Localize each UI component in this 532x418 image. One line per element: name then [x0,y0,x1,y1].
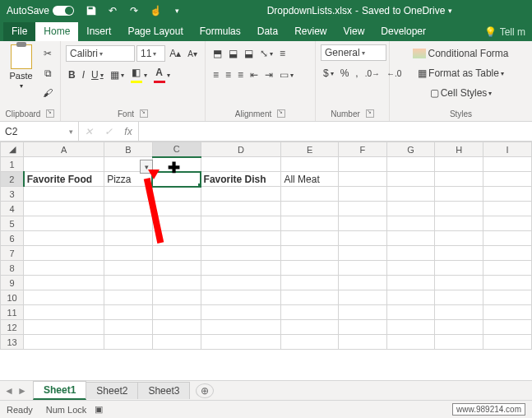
cell[interactable] [281,305,339,320]
cell[interactable] [339,320,387,335]
cell[interactable] [435,305,483,320]
cell[interactable] [24,246,104,261]
tab-view[interactable]: View [335,22,373,41]
cell[interactable] [483,261,532,276]
row-header-4[interactable]: 4 [1,202,24,216]
wrap-text-button[interactable]: ≡ [277,44,288,63]
cell[interactable] [386,320,435,335]
worksheet-grid[interactable]: ◢ A B C D E F G H I 1 2 Favorite Food Pi… [0,142,532,380]
cell-styles-button[interactable]: ▢ Cell Styles▾ [395,84,527,102]
cell[interactable] [281,216,339,231]
row-header-11[interactable]: 11 [1,305,24,320]
font-name-combo[interactable]: Calibri ▾ [66,45,135,62]
fx-button[interactable]: fx [118,126,138,137]
cell[interactable] [281,276,339,290]
cell[interactable] [201,335,281,350]
cell[interactable] [483,305,532,320]
cell[interactable] [201,246,281,261]
row-header-9[interactable]: 9 [1,276,24,290]
decrease-indent-button[interactable]: ⇤ [247,66,261,84]
cell[interactable] [435,202,483,216]
cell[interactable] [152,335,201,350]
cell-C2[interactable] [152,172,201,187]
cell[interactable] [281,231,339,246]
cell[interactable] [435,261,483,276]
cell[interactable] [386,187,435,202]
border-button[interactable]: ▦▾ [108,66,127,84]
cell[interactable] [435,320,483,335]
col-header-F[interactable]: F [339,142,387,157]
cell[interactable] [201,320,281,335]
tab-review[interactable]: Review [286,22,335,41]
cell[interactable] [104,335,153,350]
cell[interactable] [152,261,201,276]
row-header-3[interactable]: 3 [1,187,24,202]
row-header-12[interactable]: 12 [1,320,24,335]
row-header-6[interactable]: 6 [1,231,24,246]
cut-button[interactable]: ✂ [40,44,55,63]
cell[interactable] [435,231,483,246]
cell[interactable] [281,320,339,335]
cell[interactable] [201,157,281,172]
undo-icon[interactable]: ↶ [104,2,122,19]
name-box[interactable]: C2 ▾ [0,122,79,141]
col-header-G[interactable]: G [386,142,435,157]
align-center-button[interactable]: ≡ [223,66,234,84]
cell[interactable] [386,246,435,261]
increase-font-button[interactable]: A▴ [167,44,183,63]
tab-data[interactable]: Data [249,22,286,41]
cell[interactable] [386,231,435,246]
tell-me-search[interactable]: 💡 Tell m [478,23,532,41]
copy-button[interactable]: ⧉ [40,64,55,82]
col-header-A[interactable]: A [24,142,104,157]
touch-mode-icon[interactable]: ☝ [146,2,164,19]
number-format-combo[interactable]: General ▾ [321,44,386,61]
cell-A2[interactable]: Favorite Food [24,172,104,187]
cell[interactable] [483,202,532,216]
cell[interactable] [483,246,532,261]
row-header-2[interactable]: 2 [1,172,24,187]
bold-button[interactable]: B [66,66,78,84]
italic-button[interactable]: I [80,66,87,84]
col-header-I[interactable]: I [483,142,532,157]
cell[interactable] [104,202,153,216]
format-as-table-button[interactable]: ▦ Format as Table▾ [395,64,527,82]
redo-icon[interactable]: ↷ [125,2,143,19]
cell[interactable] [435,246,483,261]
cell[interactable] [104,187,153,202]
align-middle-button[interactable]: ⬓ [226,44,240,63]
cell[interactable] [24,320,104,335]
cell[interactable] [281,202,339,216]
cell[interactable] [152,290,201,305]
select-all-cell[interactable]: ◢ [1,142,24,157]
conditional-formatting-button[interactable]: Conditional Forma [395,44,527,63]
cell[interactable] [24,157,104,172]
tab-insert[interactable]: Insert [78,22,119,41]
cell[interactable] [104,290,153,305]
cell[interactable] [281,261,339,276]
enter-icon[interactable]: ✓ [99,126,118,137]
cell[interactable] [339,246,387,261]
sheet-tab-1[interactable]: Sheet1 [33,381,86,400]
col-header-C[interactable]: C [152,142,201,157]
row-header-8[interactable]: 8 [1,261,24,276]
autosave-toggle[interactable] [53,6,74,16]
fill-color-button[interactable]: ◧ ▾ [128,66,150,84]
cell[interactable] [339,261,387,276]
cell[interactable] [483,216,532,231]
cell[interactable] [24,335,104,350]
cell[interactable] [339,216,387,231]
cell[interactable] [24,202,104,216]
cell[interactable] [201,276,281,290]
cell[interactable] [483,276,532,290]
cell[interactable] [386,305,435,320]
col-header-E[interactable]: E [281,142,339,157]
cell[interactable] [483,231,532,246]
cell[interactable] [435,157,483,172]
cell[interactable] [386,157,435,172]
cell[interactable] [104,231,153,246]
number-dialog-launcher[interactable] [366,109,374,118]
tab-formulas[interactable]: Formulas [192,22,249,41]
paste-button[interactable]: Paste ▾ [5,44,37,108]
align-left-button[interactable]: ≡ [210,66,221,84]
